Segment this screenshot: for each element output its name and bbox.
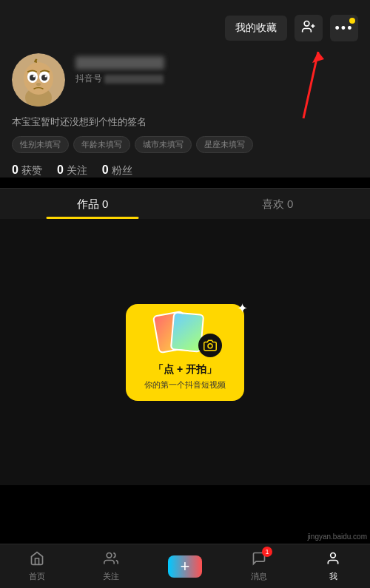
tag-city[interactable]: 城市未填写 [135, 136, 192, 153]
profile-section: 我的收藏 ••• [0, 0, 370, 178]
likes-label: 获赞 [21, 164, 42, 178]
nav-profile[interactable]: 我 [296, 551, 370, 582]
promo-card[interactable]: ✦ 「点 + 开拍」 你的第一个抖音短视频 [126, 304, 244, 401]
add-friend-icon [301, 19, 316, 38]
likes-count: 0 [12, 163, 18, 177]
plus-button[interactable]: + [168, 555, 202, 578]
douyin-id-label: 抖音号 [75, 73, 102, 84]
avatar [12, 53, 65, 107]
content-area: ✦ 「点 + 开拍」 你的第一个抖音短视频 [0, 219, 370, 485]
camera-icon [198, 334, 222, 357]
nav-follow[interactable]: 关注 [74, 551, 148, 582]
nav-home-label: 首页 [29, 571, 45, 582]
user-details: 抖音号 [75, 53, 358, 87]
profile-icon [326, 551, 340, 570]
message-badge: 1 [262, 547, 272, 557]
app-container: 我的收藏 ••• [0, 0, 370, 588]
douyin-id-row: 抖音号 [75, 72, 358, 85]
notification-dot [349, 18, 355, 24]
more-button[interactable]: ••• [330, 15, 358, 41]
followers-count: 0 [102, 163, 109, 177]
stat-following[interactable]: 0 关注 [57, 163, 87, 178]
svg-point-11 [45, 75, 47, 78]
bio: 本宝宝暂时还没想到个性的签名 [12, 115, 358, 129]
tabs-bar: 作品 0 喜欢 0 [0, 188, 370, 219]
svg-point-10 [33, 75, 36, 78]
stat-likes[interactable]: 0 获赞 [12, 163, 42, 178]
promo-images: ✦ [136, 313, 234, 357]
top-bar: 我的收藏 ••• [12, 15, 358, 41]
followers-label: 粉丝 [112, 164, 132, 178]
username-text [75, 56, 164, 70]
nav-messages[interactable]: 1 消息 [222, 551, 296, 582]
plus-icon: + [181, 558, 190, 575]
tab-works[interactable]: 作品 0 [0, 189, 185, 219]
promo-title: 「点 + 开拍」 [136, 363, 234, 376]
add-friend-button[interactable] [295, 15, 323, 41]
nav-create[interactable]: + [148, 555, 222, 578]
svg-point-13 [208, 343, 212, 348]
tags-container: 性别未填写 年龄未填写 城市未填写 星座未填写 [12, 136, 358, 153]
svg-point-12 [36, 83, 41, 86]
stat-followers[interactable]: 0 粉丝 [102, 163, 132, 178]
promo-subtitle: 你的第一个抖音短视频 [136, 379, 234, 391]
home-icon [30, 551, 44, 570]
tag-star[interactable]: 星座未填写 [196, 136, 253, 153]
nav-profile-label: 我 [329, 571, 337, 582]
svg-point-17 [331, 552, 336, 558]
nav-home[interactable]: 首页 [0, 551, 74, 582]
following-label: 关注 [67, 164, 87, 178]
nav-messages-label: 消息 [251, 571, 267, 582]
svg-point-16 [107, 552, 112, 558]
star-decoration: ✦ [237, 300, 248, 317]
tag-gender[interactable]: 性别未填写 [12, 136, 69, 153]
follow-icon [104, 551, 118, 570]
username [75, 56, 358, 70]
profile-info: 抖音号 [12, 53, 358, 107]
bottom-nav: 首页 关注 + [0, 544, 370, 588]
douyin-id-value [104, 75, 164, 84]
stats-row: 0 获赞 0 关注 0 粉丝 [12, 163, 358, 178]
svg-point-0 [304, 21, 309, 26]
collect-button[interactable]: 我的收藏 [225, 16, 287, 41]
tag-age[interactable]: 年龄未填写 [73, 136, 130, 153]
photo-stack [155, 313, 215, 357]
message-badge-container: 1 [252, 551, 266, 570]
nav-follow-label: 关注 [103, 571, 119, 582]
watermark: jingyan.baidu.com [304, 531, 370, 542]
tab-likes[interactable]: 喜欢 0 [185, 189, 370, 219]
following-count: 0 [57, 163, 64, 177]
